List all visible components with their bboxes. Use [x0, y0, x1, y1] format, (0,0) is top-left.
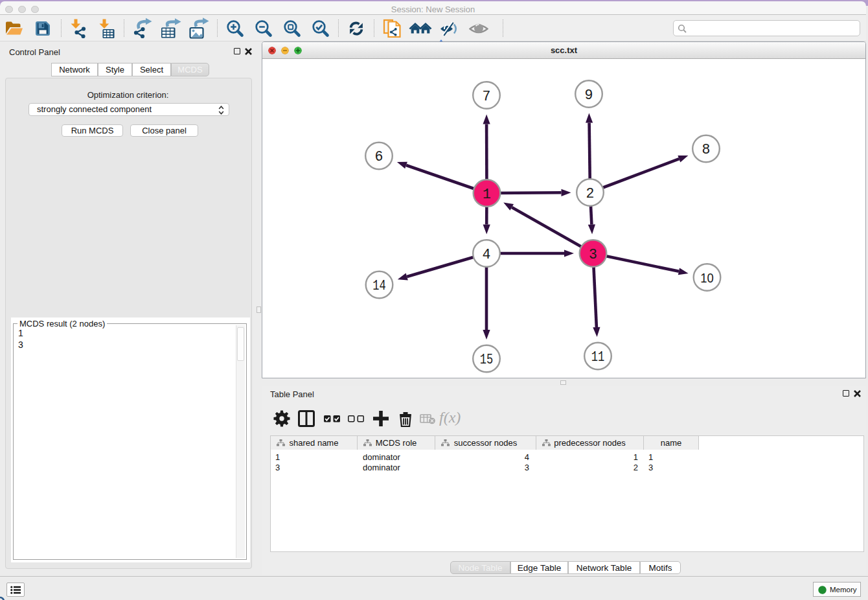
svg-text:2: 2: [586, 186, 595, 202]
svg-text:4: 4: [483, 247, 491, 262]
svg-text:11: 11: [591, 349, 605, 365]
svg-text:6: 6: [375, 149, 383, 165]
svg-text:7: 7: [483, 89, 491, 104]
svg-text:8: 8: [702, 142, 711, 157]
svg-text:10: 10: [700, 270, 714, 285]
svg-text:9: 9: [585, 87, 593, 103]
svg-text:1: 1: [483, 187, 491, 202]
svg-text:f(x): f(x): [439, 410, 461, 426]
svg-text:14: 14: [372, 278, 386, 294]
svg-text:15: 15: [480, 352, 494, 367]
svg-text:3: 3: [589, 247, 597, 262]
